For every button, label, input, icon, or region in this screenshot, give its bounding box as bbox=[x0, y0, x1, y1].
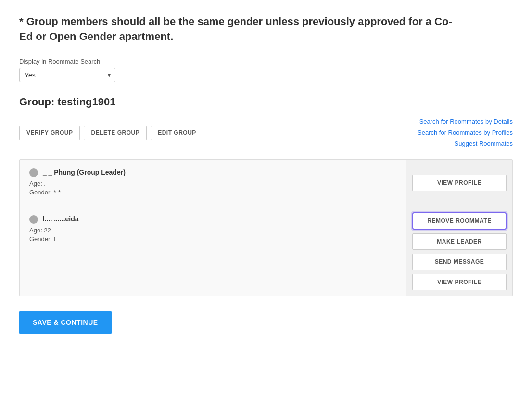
member-name-leader: _ _ Phung (Group Leader) bbox=[29, 168, 397, 177]
verify-group-button[interactable]: VERIFY GROUP bbox=[19, 126, 80, 140]
save-continue-button[interactable]: SAVE & CONTINUE bbox=[19, 311, 112, 334]
member-actions-leader: VIEW PROFILE bbox=[406, 160, 512, 206]
member-gender-leader: Gender: *-*- bbox=[29, 189, 397, 196]
view-profile-button-leader[interactable]: VIEW PROFILE bbox=[412, 175, 507, 191]
make-leader-button[interactable]: MAKE LEADER bbox=[412, 233, 507, 250]
member-info-roommate: l.... ......eida Age: 22 Gender: f bbox=[20, 206, 406, 296]
search-by-details-link[interactable]: Search for Roommates by Details bbox=[418, 116, 513, 127]
search-by-profiles-link[interactable]: Search for Roommates by Profiles bbox=[418, 127, 513, 138]
search-links: Search for Roommates by Details Search f… bbox=[418, 116, 513, 150]
send-message-button[interactable]: SEND MESSAGE bbox=[412, 254, 507, 270]
member-avatar-leader bbox=[29, 168, 38, 177]
roommate-search-select[interactable]: Yes No bbox=[19, 68, 115, 82]
members-container: _ _ Phung (Group Leader) Age: . Gender: … bbox=[19, 159, 513, 296]
roommate-search-field: Display in Roommate Search Yes No ▾ bbox=[19, 58, 513, 96]
suggest-roommates-link[interactable]: Suggest Roommates bbox=[418, 138, 513, 149]
member-row: l.... ......eida Age: 22 Gender: f REMOV… bbox=[20, 206, 512, 296]
view-profile-button-roommate[interactable]: VIEW PROFILE bbox=[412, 274, 507, 290]
delete-group-button[interactable]: DELETE GROUP bbox=[84, 126, 147, 140]
member-gender-roommate: Gender: f bbox=[29, 235, 397, 243]
roommate-search-label: Display in Roommate Search bbox=[19, 58, 513, 65]
remove-roommate-button[interactable]: REMOVE ROOMMATE bbox=[412, 212, 507, 230]
member-actions-roommate: REMOVE ROOMMATE MAKE LEADER SEND MESSAGE… bbox=[406, 206, 512, 296]
member-row: _ _ Phung (Group Leader) Age: . Gender: … bbox=[20, 160, 512, 206]
member-info-leader: _ _ Phung (Group Leader) Age: . Gender: … bbox=[20, 160, 406, 206]
member-age-roommate: Age: 22 bbox=[29, 227, 397, 234]
member-age-leader: Age: . bbox=[29, 180, 397, 187]
group-actions-bar: VERIFY GROUP DELETE GROUP EDIT GROUP Sea… bbox=[19, 116, 513, 150]
gender-notice: * Group members should all be the same g… bbox=[19, 14, 452, 44]
group-title: Group: testing1901 bbox=[19, 96, 513, 108]
member-name-roommate: l.... ......eida bbox=[29, 215, 397, 224]
member-avatar-roommate bbox=[29, 215, 38, 224]
group-action-buttons: VERIFY GROUP DELETE GROUP EDIT GROUP bbox=[19, 126, 203, 140]
edit-group-button[interactable]: EDIT GROUP bbox=[151, 126, 203, 140]
